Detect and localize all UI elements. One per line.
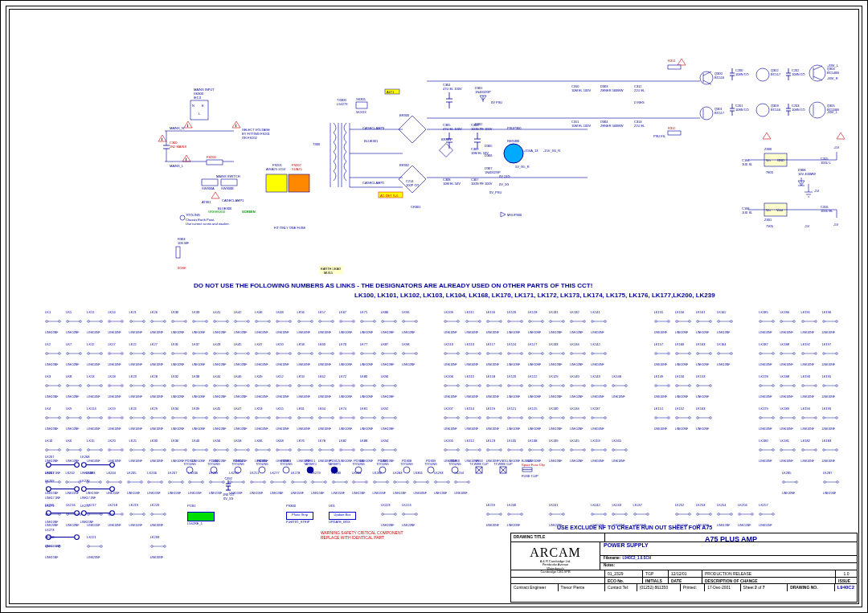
svg-text:108N CO: 108N CO: [735, 72, 749, 76]
svg-text:D305: D305: [485, 144, 493, 148]
svg-text:BLUE301: BLUE301: [364, 139, 379, 143]
svg-text:REG300: REG300: [507, 139, 520, 143]
svg-point-230: [276, 321, 279, 323]
svg-point-433: [268, 385, 271, 387]
svg-point-566: [550, 417, 552, 419]
svg-point-476: [612, 385, 615, 387]
svg-point-385: [710, 353, 712, 355]
svg-point-205: [100, 321, 103, 323]
svg-point-334: [289, 353, 292, 355]
svg-point-262: [520, 321, 522, 323]
svg-point-382: [688, 353, 690, 355]
svg-text:108N CO: 108N CO: [792, 72, 805, 76]
svg-text:100N PE 100V: 100N PE 100V: [471, 127, 493, 131]
svg-point-518: [171, 417, 174, 419]
svg-point-431: [256, 385, 258, 387]
svg-point-544: [352, 417, 354, 419]
svg-point-361: [499, 353, 502, 355]
svg-point-848: [47, 535, 51, 540]
svg-point-412: [121, 385, 124, 387]
svg-point-557: [486, 417, 489, 419]
svg-point-451: [395, 385, 397, 387]
svg-point-638: [339, 449, 342, 452]
svg-text:ZENER 560MW: ZENER 560MW: [600, 88, 624, 92]
svg-point-592: [814, 417, 817, 419]
svg-text:AT301: AT301: [202, 200, 211, 204]
svg-point-553: [457, 417, 460, 419]
svg-point-383: [697, 353, 699, 355]
svg-text:SCREEN: SCREEN: [242, 210, 256, 214]
svg-point-551: [444, 417, 447, 419]
svg-text:!: !: [162, 137, 162, 141]
svg-point-221: [214, 321, 216, 323]
svg-point-281: [697, 321, 699, 323]
svg-point-302: [67, 353, 69, 355]
svg-point-683: [822, 449, 825, 452]
svg-point-715: [243, 481, 245, 484]
svg-text:FS200: FS200: [207, 155, 217, 159]
svg-point-376: [604, 353, 607, 355]
svg-point-379: [667, 353, 669, 355]
svg-point-452: [444, 385, 447, 387]
svg-point-463: [520, 385, 522, 387]
svg-point-481: [667, 385, 669, 387]
svg-point-586: [772, 417, 775, 419]
svg-point-610: [142, 449, 145, 452]
svg-text:CAGECLAMP2: CAGECLAMP2: [362, 181, 385, 185]
c392-cap: C392 1N0 CO0V_5G: [223, 476, 234, 501]
svg-point-584: [760, 417, 762, 419]
svg-point-500: [46, 417, 48, 419]
svg-point-860: [403, 467, 410, 473]
svg-point-512: [129, 417, 132, 419]
svg-point-337: [310, 353, 313, 355]
svg-point-643: [374, 449, 376, 452]
svg-point-820: [163, 546, 166, 548]
svg-point-613: [163, 449, 166, 452]
svg-text:PSUP300: PSUP300: [507, 126, 522, 130]
svg-point-260: [507, 321, 510, 323]
svg-text:BC546B: BC546B: [827, 71, 839, 75]
svg-point-418: [163, 385, 166, 387]
svg-point-362: [507, 353, 510, 355]
svg-point-806: [739, 513, 741, 516]
svg-point-721: [284, 481, 286, 484]
svg-point-862: [452, 467, 458, 473]
svg-point-644: [382, 449, 384, 452]
svg-point-548: [382, 417, 384, 419]
svg-point-226: [248, 321, 250, 323]
svg-point-430: [248, 385, 250, 387]
svg-point-506: [88, 417, 90, 419]
svg-point-499: [835, 385, 837, 387]
svg-point-649: [457, 449, 460, 452]
svg-point-464: [529, 385, 531, 387]
svg-point-458: [486, 385, 489, 387]
svg-point-323: [214, 353, 216, 355]
svg-point-293: [801, 321, 804, 323]
svg-point-842: [47, 511, 51, 516]
svg-point-637: [331, 449, 334, 452]
svg-text:100N PE 100V: 100N PE 100V: [471, 182, 493, 186]
svg-point-577: [667, 417, 669, 419]
svg-point-560: [507, 417, 510, 419]
svg-point-514: [142, 417, 145, 419]
svg-point-769: [142, 513, 145, 516]
svg-point-325: [227, 353, 229, 355]
svg-text:5V_G5_R: 5V_G5_R: [515, 165, 530, 169]
svg-point-428: [235, 385, 237, 387]
svg-point-778: [416, 513, 418, 516]
svg-text:ALT1: ALT1: [387, 90, 395, 94]
svg-point-308: [108, 353, 111, 355]
svg-point-490: [772, 385, 775, 387]
svg-point-656: [507, 449, 510, 452]
svg-point-859: [379, 467, 386, 473]
svg-point-235: [310, 321, 313, 323]
svg-point-740: [414, 481, 416, 484]
svg-point-857: [331, 467, 338, 473]
svg-point-388: [731, 353, 733, 355]
svg-point-853: [235, 467, 241, 473]
svg-point-461: [507, 385, 510, 387]
svg-point-310: [121, 353, 124, 355]
svg-point-352: [416, 353, 418, 355]
svg-point-142: [809, 65, 825, 81]
svg-point-395: [801, 353, 804, 355]
